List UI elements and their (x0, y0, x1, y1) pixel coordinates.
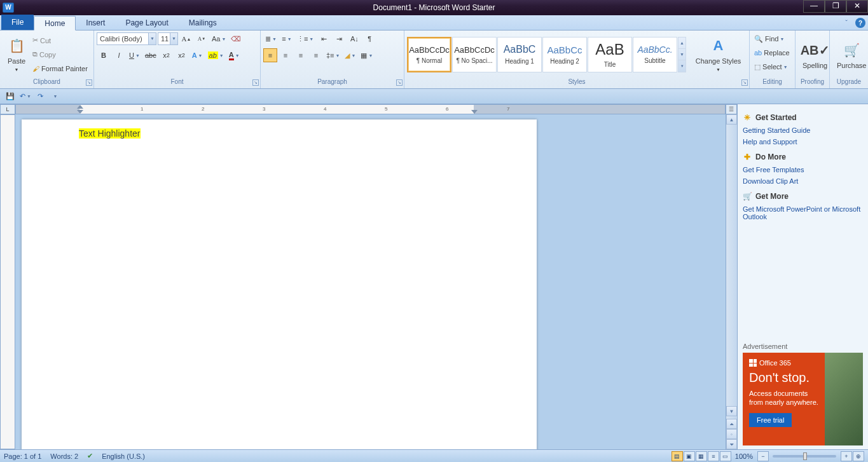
font-color-button[interactable]: A▼ (227, 48, 242, 62)
save-button[interactable]: 💾 (4, 90, 17, 103)
zoom-out-button[interactable]: − (757, 451, 769, 461)
web-layout-view-button[interactable]: ▦ (696, 451, 707, 461)
multilevel-list-button[interactable]: ⋮≡▼ (295, 32, 315, 46)
clear-formatting-button[interactable]: ⌫ (229, 32, 243, 46)
numbering-button[interactable]: ≡▼ (280, 32, 294, 46)
first-line-indent-marker[interactable] (77, 105, 83, 109)
scroll-up-button[interactable]: ▲ (726, 114, 737, 125)
style-slot-title[interactable]: AaBTitle (588, 37, 632, 72)
right-indent-marker[interactable] (471, 110, 478, 114)
ad-cta-button[interactable]: Free trial (749, 413, 792, 427)
undo-button[interactable]: ↶▼ (18, 90, 33, 103)
link-download-clip-art[interactable]: Download Clip Art (743, 177, 863, 185)
shrink-font-button[interactable]: A▼ (195, 32, 209, 46)
font-name-combo[interactable]: Calibri (Body)▼ (97, 32, 156, 45)
shading-button[interactable]: ◢▼ (343, 48, 357, 62)
superscript-button[interactable]: x2 (175, 48, 189, 62)
browse-object-button[interactable]: ◦ (726, 429, 737, 439)
link-get-free-templates[interactable]: Get Free Templates (743, 166, 863, 173)
help-icon[interactable]: ? (855, 18, 865, 28)
redo-button[interactable]: ↷ (34, 90, 47, 103)
line-spacing-button[interactable]: ‡≡▼ (324, 48, 341, 62)
find-button[interactable]: 🔍 Find▼ (752, 32, 794, 46)
decrease-indent-button[interactable]: ⇤ (317, 32, 331, 46)
zoom-level[interactable]: 100% (735, 452, 753, 460)
clipboard-launcher[interactable]: ↘ (86, 79, 92, 86)
paragraph-launcher[interactable]: ↘ (396, 79, 403, 86)
minimize-button[interactable]: — (803, 0, 825, 13)
text-effects-button[interactable]: A▼ (190, 48, 205, 62)
link-help-and-support[interactable]: Help and Support (743, 138, 863, 146)
replace-button[interactable]: ab Replace (752, 46, 794, 60)
strikethrough-button[interactable]: abc (143, 48, 158, 62)
status-proofing-icon[interactable]: ✔ (87, 452, 93, 460)
style-slot--normal[interactable]: AaBbCcDc¶ Normal (407, 37, 451, 72)
change-styles-button[interactable]: A Change Styles ▼ (690, 34, 747, 76)
tab-mailings[interactable]: Mailings (179, 15, 227, 30)
document-canvas[interactable]: Text Highlighter (15, 114, 726, 449)
bold-button[interactable]: B (97, 48, 111, 62)
restore-button[interactable]: ❐ (825, 0, 846, 13)
format-painter-button[interactable]: 🖌 Format Painter (31, 62, 92, 76)
italic-button[interactable]: I (112, 48, 126, 62)
font-launcher[interactable]: ↘ (252, 79, 259, 86)
full-screen-view-button[interactable]: ▣ (684, 451, 695, 461)
link-getting-started-guide[interactable]: Getting Started Guide (743, 126, 863, 134)
prev-page-button[interactable]: ⏶ (726, 419, 737, 429)
paste-button[interactable]: 📋 Paste▼ (3, 34, 31, 76)
page[interactable]: Text Highlighter (22, 119, 537, 449)
subscript-button[interactable]: x2 (160, 48, 174, 62)
zoom-fit-button[interactable]: ⊕ (853, 451, 864, 461)
style-scroll-down[interactable]: ▼ (679, 49, 685, 60)
align-left-button[interactable]: ≡ (263, 48, 277, 62)
style-scroll-up[interactable]: ▲ (679, 37, 685, 49)
zoom-slider[interactable] (773, 455, 836, 458)
highlight-button[interactable]: ab▼ (206, 48, 226, 62)
hanging-indent-marker[interactable] (77, 110, 83, 114)
bullets-button[interactable]: ≣▼ (263, 32, 279, 46)
status-language[interactable]: English (U.S.) (102, 452, 145, 460)
change-case-button[interactable]: Aa▼ (210, 32, 228, 46)
close-button[interactable]: ✕ (846, 0, 868, 13)
cut-button[interactable]: ✂ Cut (31, 34, 92, 48)
style-slot-subtitle[interactable]: AaBbCc.Subtitle (633, 37, 677, 72)
ruler-toggle-button[interactable]: ☰ (726, 104, 737, 114)
increase-indent-button[interactable]: ⇥ (332, 32, 346, 46)
align-right-button[interactable]: ≡ (294, 48, 308, 62)
style-slot--no-spaci-[interactable]: AaBbCcDc¶ No Spaci... (452, 37, 497, 72)
qat-customize-button[interactable]: ▼ (48, 90, 61, 103)
draft-view-button[interactable]: ▭ (720, 451, 731, 461)
copy-button[interactable]: ⧉ Copy (31, 48, 92, 62)
tab-selector[interactable]: L (0, 104, 15, 114)
zoom-in-button[interactable]: + (841, 451, 852, 461)
zoom-slider-thumb[interactable] (803, 452, 807, 460)
file-tab[interactable]: File (1, 15, 34, 30)
borders-button[interactable]: ▦▼ (359, 48, 375, 62)
style-slot-heading-1[interactable]: AaBbCHeading 1 (497, 37, 542, 72)
style-gallery-expand[interactable]: ▾ (679, 60, 685, 71)
font-size-combo[interactable]: 11▼ (158, 32, 178, 45)
status-page[interactable]: Page: 1 of 1 (4, 452, 41, 460)
purchase-button[interactable]: 🛒 Purchase (832, 38, 868, 71)
tab-page-layout[interactable]: Page Layout (115, 15, 178, 30)
scroll-down-button[interactable]: ▼ (726, 406, 737, 416)
status-words[interactable]: Words: 2 (50, 452, 78, 460)
styles-launcher[interactable]: ↘ (741, 79, 748, 86)
style-slot-heading-2[interactable]: AaBbCcHeading 2 (542, 37, 587, 72)
outline-view-button[interactable]: ≡ (708, 451, 719, 461)
next-page-button[interactable]: ⏷ (726, 439, 737, 449)
select-button[interactable]: ⬚ Select▼ (752, 60, 794, 74)
show-marks-button[interactable]: ¶ (362, 32, 376, 46)
vertical-ruler[interactable] (0, 114, 15, 449)
scroll-track[interactable] (726, 125, 737, 406)
align-center-button[interactable]: ≡ (279, 48, 293, 62)
print-layout-view-button[interactable]: ▤ (672, 451, 683, 461)
link-get-powerpoint-outlook[interactable]: Get Microsoft PowerPoint or Microsoft Ou… (743, 205, 863, 221)
advertisement[interactable]: Office 365 Don't stop. Access documents … (743, 353, 863, 445)
tab-home[interactable]: Home (34, 16, 76, 31)
justify-button[interactable]: ≡ (309, 48, 323, 62)
horizontal-ruler[interactable]: 1 2 3 4 5 6 7 (15, 104, 726, 114)
tab-insert[interactable]: Insert (76, 15, 115, 30)
grow-font-button[interactable]: A▲ (179, 32, 193, 46)
minimize-ribbon-icon[interactable]: ˇ (841, 18, 851, 28)
